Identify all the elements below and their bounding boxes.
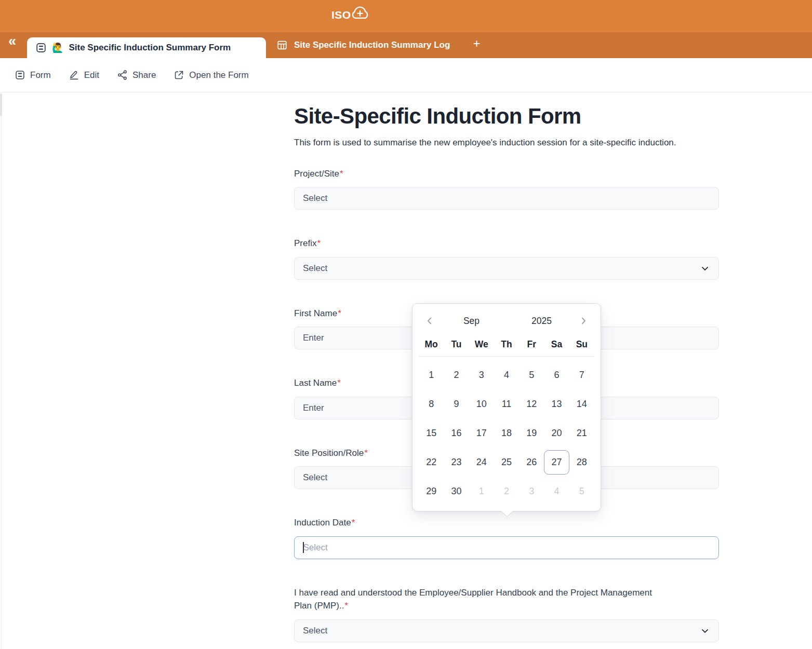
calendar-day[interactable]: 19: [519, 421, 544, 445]
calendar-day[interactable]: 16: [444, 421, 469, 445]
field-induction-date: Induction Date* Select: [294, 516, 719, 559]
add-tab-button[interactable]: +: [473, 37, 480, 53]
calendar-year[interactable]: 2025: [507, 316, 577, 327]
calendar-day[interactable]: 12: [519, 392, 544, 416]
placeholder-text: Enter: [303, 333, 324, 343]
placeholder-text: Enter: [303, 403, 324, 413]
tab-label: Site Specific Induction Summary Log: [294, 40, 450, 50]
calendar-day[interactable]: 2: [494, 479, 519, 504]
calendar-day[interactable]: 4: [544, 479, 569, 504]
calendar-day[interactable]: 6: [544, 363, 569, 387]
field-prefix: Prefix* Select: [294, 237, 719, 280]
left-scroll-thumb[interactable]: [0, 93, 2, 116]
required-asterisk: *: [340, 169, 343, 179]
calendar-day[interactable]: 25: [494, 450, 519, 475]
field-handbook-confirmation: I have read and understood the Employee/…: [294, 586, 719, 642]
calendar-day[interactable]: 18: [494, 421, 519, 445]
placeholder-text: Select: [303, 263, 327, 274]
calendar-day[interactable]: 2: [444, 363, 469, 387]
previous-month-button[interactable]: [423, 314, 436, 328]
collapse-sidebar-button[interactable]: «: [8, 33, 16, 49]
calendar-day[interactable]: 7: [569, 363, 594, 387]
calendar-day[interactable]: 8: [419, 392, 444, 416]
prefix-select[interactable]: Select: [294, 257, 719, 280]
field-label: I have read and understood the Employee/…: [294, 586, 653, 613]
calendar-month[interactable]: Sep: [436, 316, 507, 327]
calendar-day[interactable]: 3: [469, 363, 494, 387]
required-asterisk: *: [364, 448, 368, 458]
calendar-day[interactable]: 5: [519, 363, 544, 387]
edit-pencil-icon: [69, 70, 79, 80]
app-header: ISO: [0, 0, 812, 32]
tab-bar: « 🙋‍♂️ Site Specific Induction Summary F…: [0, 32, 812, 58]
placeholder-text: Select: [303, 543, 328, 553]
placeholder-text: Select: [303, 193, 327, 204]
calendar-day[interactable]: 28: [569, 450, 594, 475]
person-raising-hand-emoji: 🙋‍♂️: [52, 43, 63, 52]
calendar-day[interactable]: 22: [419, 450, 444, 475]
chevron-right-icon: [578, 316, 589, 326]
calendar-day[interactable]: 20: [544, 421, 569, 445]
induction-date-input[interactable]: Select: [294, 536, 719, 559]
next-month-button[interactable]: [577, 314, 590, 328]
project-site-select[interactable]: Select: [294, 187, 719, 210]
tab-induction-summary-log[interactable]: Site Specific Induction Summary Log: [273, 32, 453, 58]
form-toolbar: Form Edit Share Open: [0, 58, 812, 92]
chevron-left-icon: [424, 316, 435, 326]
calendar-day[interactable]: 24: [469, 450, 494, 475]
weekday-label: Su: [569, 339, 594, 350]
form-view-button[interactable]: Form: [15, 70, 51, 80]
required-asterisk: *: [344, 601, 348, 611]
calendar-grid: 1234567891011121314151617181920212223242…: [412, 357, 601, 504]
calendar-day[interactable]: 4: [494, 363, 519, 387]
date-picker-popup: Sep 2025 Mo Tu We Th Fr Sa Su 1234567891…: [412, 303, 601, 511]
app-window: ISO « 🙋‍♂️ Site Specific Induction Summa…: [0, 0, 812, 649]
calendar-day[interactable]: 11: [494, 392, 519, 416]
calendar-day[interactable]: 27: [544, 450, 569, 475]
calendar-day[interactable]: 23: [444, 450, 469, 475]
weekday-label: Th: [494, 339, 519, 350]
share-nodes-icon: [117, 70, 128, 80]
calendar-day[interactable]: 1: [469, 479, 494, 504]
calendar-day[interactable]: 15: [419, 421, 444, 445]
weekday-label: We: [469, 339, 494, 350]
weekday-label: Fr: [519, 339, 544, 350]
tab-induction-summary-form[interactable]: 🙋‍♂️ Site Specific Induction Summary For…: [27, 37, 266, 58]
weekday-header-row: Mo Tu We Th Fr Sa Su: [412, 339, 601, 350]
required-asterisk: *: [317, 238, 321, 248]
edit-button[interactable]: Edit: [69, 70, 99, 80]
handbook-confirmation-select[interactable]: Select: [294, 619, 719, 642]
calendar-day[interactable]: 13: [544, 392, 569, 416]
table-icon: [276, 39, 288, 51]
share-button[interactable]: Share: [117, 70, 156, 80]
calendar-day[interactable]: 3: [519, 479, 544, 504]
weekday-label: Mo: [419, 339, 444, 350]
calendar-day[interactable]: 29: [419, 479, 444, 504]
field-label: Induction Date*: [294, 516, 719, 530]
required-asterisk: *: [338, 308, 341, 318]
brand-logo-text: ISO: [331, 9, 351, 21]
calendar-day[interactable]: 5: [569, 479, 594, 504]
tab-label: Site Specific Induction Summary Form: [69, 43, 231, 53]
placeholder-text: Select: [303, 472, 327, 483]
calendar-day[interactable]: 9: [444, 392, 469, 416]
required-asterisk: *: [352, 518, 355, 528]
calendar-day[interactable]: 1: [419, 363, 444, 387]
form-title: Site-Specific Induction Form: [294, 104, 812, 129]
chevron-down-icon: [700, 263, 710, 274]
placeholder-text: Select: [303, 626, 327, 636]
calendar-day[interactable]: 21: [569, 421, 594, 445]
calendar-day[interactable]: 26: [519, 450, 544, 475]
calendar-day[interactable]: 17: [469, 421, 494, 445]
calendar-day[interactable]: 30: [444, 479, 469, 504]
external-link-icon: [174, 70, 184, 80]
open-form-button[interactable]: Open the Form: [174, 70, 248, 80]
calendar-day[interactable]: 10: [469, 392, 494, 416]
left-scroll-rail: [1, 93, 2, 649]
weekday-label: Sa: [544, 339, 569, 350]
required-asterisk: *: [337, 378, 341, 388]
calendar-day[interactable]: 14: [569, 392, 594, 416]
weekday-label: Tu: [444, 339, 469, 350]
brand-logo: ISO: [331, 8, 370, 22]
form-icon: [15, 70, 25, 80]
